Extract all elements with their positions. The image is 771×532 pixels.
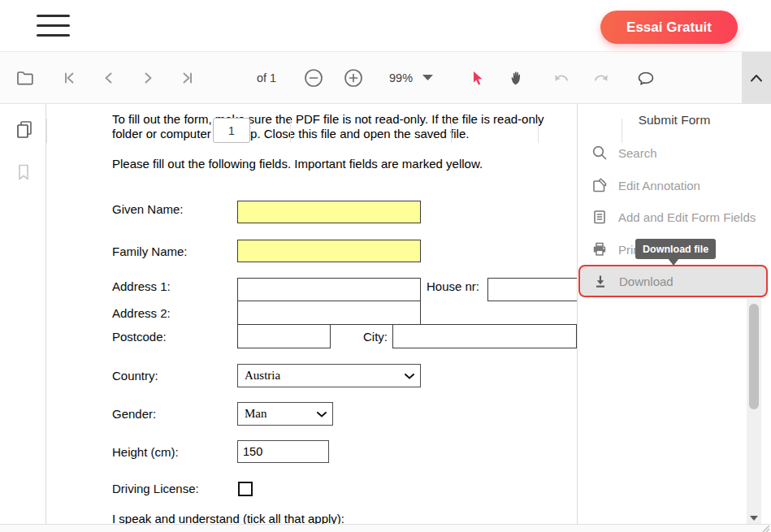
tooltip-arrow [668, 258, 679, 266]
given-name-label: Given Name: [112, 202, 184, 216]
menu-item-label: Edit Annotation [618, 179, 700, 192]
height-input[interactable] [237, 440, 329, 463]
collapse-toolbar-button[interactable] [742, 52, 771, 103]
bottom-status-strip [0, 524, 771, 532]
open-file-icon[interactable] [15, 52, 36, 103]
document-intro-line3: Please fill out the following fields. Im… [112, 157, 483, 171]
vertical-scrollbar[interactable] [747, 299, 761, 524]
menu-item-label: Search [618, 146, 657, 160]
zoom-level-value: 99% [389, 71, 413, 84]
toolbar-divider [46, 119, 47, 143]
last-page-icon[interactable] [179, 52, 197, 103]
driving-license-label: Driving License: [112, 482, 199, 495]
chevron-up-icon [750, 74, 763, 82]
country-value: Austria [245, 369, 280, 383]
menu-item-label: Download [619, 275, 674, 288]
menu-title: Submit Form [578, 113, 771, 128]
address1-label: Address 1: [112, 279, 171, 293]
page-number-input[interactable] [213, 118, 250, 143]
scrollbar-down-arrow[interactable] [750, 516, 758, 521]
gender-label: Gender: [112, 407, 156, 421]
hand-tool-icon[interactable] [507, 52, 526, 103]
chevron-down-icon [317, 412, 327, 417]
address1-field[interactable] [237, 278, 421, 301]
undo-icon[interactable] [552, 52, 571, 103]
house-nr-label: House nr: [427, 279, 479, 293]
prev-page-icon[interactable] [100, 52, 118, 103]
menu-item-form-fields[interactable]: Add and Edit Form Fields [578, 201, 771, 233]
address2-label: Address 2: [112, 306, 171, 320]
city-label: City: [363, 330, 388, 344]
hamburger-menu-icon[interactable] [37, 15, 70, 38]
driving-license-checkbox[interactable] [238, 482, 253, 496]
menu-item-label: Add and Edit Form Fields [618, 210, 756, 224]
height-label: Height (cm): [112, 445, 179, 459]
menu-item-download[interactable]: Download [578, 265, 768, 297]
toolbar-divider [290, 119, 291, 143]
page-thumbnails-icon[interactable] [15, 119, 32, 139]
family-name-field[interactable] [237, 240, 421, 262]
city-field[interactable] [392, 324, 577, 348]
bookmarks-icon[interactable] [15, 162, 32, 182]
zoom-level-dropdown[interactable]: 99% [389, 52, 413, 103]
family-name-label: Family Name: [112, 244, 188, 258]
submit-form-menu: Submit Form Search Edit Annotation Add a… [577, 104, 771, 524]
zoom-out-icon[interactable] [303, 52, 324, 103]
postcode-field[interactable] [237, 324, 331, 348]
chevron-down-icon [405, 374, 414, 379]
comment-icon[interactable] [636, 52, 656, 103]
next-page-icon[interactable] [139, 52, 157, 103]
address2-field[interactable] [237, 301, 421, 325]
top-bar: Essai Gratuit [0, 0, 771, 52]
gender-select[interactable]: Man [237, 402, 333, 426]
redo-icon[interactable] [591, 52, 611, 103]
toolbar-divider [622, 119, 622, 143]
document-intro-line1: To fill out the form, make sure the PDF … [112, 112, 544, 126]
toolbar-divider [451, 119, 452, 143]
left-sidebar [0, 104, 46, 524]
select-tool-icon[interactable] [468, 52, 487, 103]
edit-annotation-icon [591, 177, 608, 193]
zoom-caret-icon[interactable] [421, 52, 434, 103]
menu-item-search[interactable]: Search [578, 136, 771, 169]
search-icon [591, 145, 608, 161]
scrollbar-thumb[interactable] [749, 304, 759, 409]
first-page-icon[interactable] [60, 52, 78, 103]
gender-value: Man [245, 407, 267, 421]
given-name-field[interactable] [237, 201, 421, 223]
zoom-in-icon[interactable] [343, 52, 364, 103]
country-select[interactable]: Austria [237, 364, 421, 387]
postcode-label: Postcode: [112, 330, 167, 344]
print-icon [591, 241, 608, 257]
page-count-label: of 1 [257, 52, 276, 103]
toolbar-divider [538, 119, 539, 143]
resize-grip-icon [760, 526, 769, 532]
menu-item-edit-annotation[interactable]: Edit Annotation [578, 169, 771, 201]
pdf-toolbar: of 1 99% [0, 52, 771, 104]
form-fields-icon [591, 209, 608, 225]
download-tooltip: Download file [635, 239, 716, 259]
country-label: Country: [112, 369, 158, 383]
download-icon [592, 273, 609, 289]
house-nr-field[interactable] [487, 278, 578, 301]
free-trial-button[interactable]: Essai Gratuit [600, 11, 738, 44]
